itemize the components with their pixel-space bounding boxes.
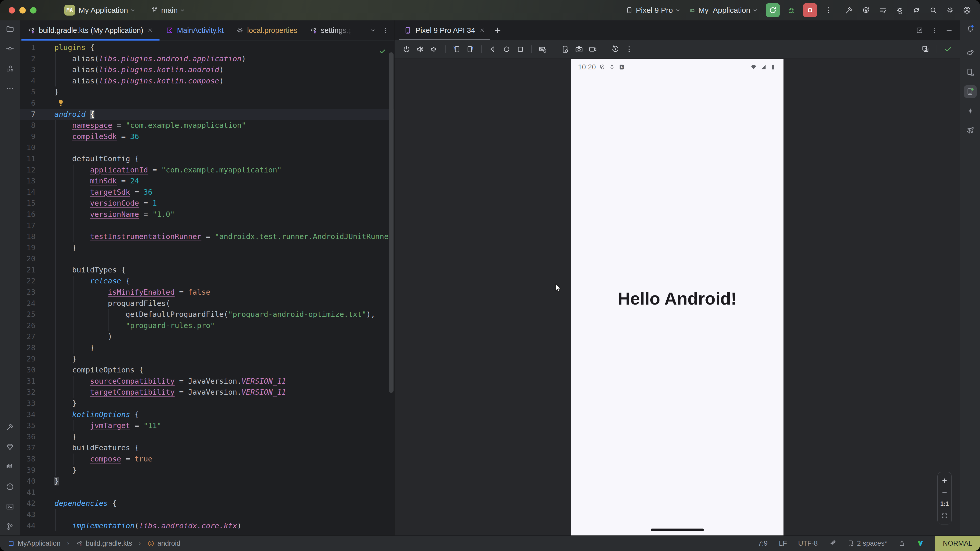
logcat-cat-icon[interactable] [6, 462, 14, 471]
screenshot-test-search-icon[interactable] [921, 45, 930, 54]
line-separator[interactable]: LF [779, 540, 787, 548]
code-editor[interactable]: 1plugins {2 alias(libs.plugins.android.a… [20, 41, 394, 535]
line-number: 27 [20, 331, 54, 342]
running-devices-icon[interactable] [964, 85, 977, 98]
code-line: 25 getDefaultProguardFile("proguard-andr… [20, 309, 394, 320]
hidden-tabs-chevron-icon[interactable] [369, 27, 376, 34]
commit-tool-icon[interactable] [6, 44, 14, 53]
structure-tool-icon[interactable] [6, 64, 14, 73]
android-overview-icon[interactable] [516, 45, 525, 54]
line-number: 20 [20, 253, 54, 265]
screen-record-icon[interactable] [589, 45, 597, 54]
panel-options-kebab-icon[interactable] [931, 27, 938, 34]
vim-mode-badge[interactable]: NORMAL [935, 536, 980, 551]
tab-label: local.properties [247, 26, 298, 35]
volume-down-icon[interactable] [430, 45, 438, 54]
project-selector[interactable]: My Application [79, 6, 136, 14]
zoom-in-icon[interactable] [941, 477, 948, 484]
version-control-icon[interactable] [6, 522, 14, 531]
debug-button[interactable] [787, 6, 796, 14]
code-line: 4 alias(libs.plugins.kotlin.compose) [20, 76, 394, 87]
line-number: 4 [20, 76, 54, 87]
notifications-bell-icon[interactable] [966, 24, 975, 33]
rotate-left-icon[interactable] [452, 45, 461, 54]
minimize-window-button[interactable] [19, 7, 26, 14]
zoom-window-button[interactable] [30, 7, 37, 14]
close-device-tab-icon[interactable] [479, 27, 485, 34]
device-panel-body: 10:20 A Hello Android! 1:1 [395, 59, 960, 535]
search-everywhere-icon[interactable] [929, 6, 938, 14]
settings-gear-icon[interactable] [946, 6, 955, 14]
device-tab[interactable]: Pixel 9 Pro API 34 [399, 21, 490, 40]
power-button-icon[interactable] [402, 45, 411, 54]
gesture-navigation-handle[interactable] [651, 529, 704, 531]
close-tab-icon[interactable] [147, 27, 153, 34]
breadcrumb-file[interactable]: build.gradle.kts [86, 540, 132, 548]
code-line: 44 implementation(libs.androidx.core.ktx… [20, 520, 394, 532]
code-line: 14 targetSdk = 36 [20, 187, 394, 198]
zoom-out-icon[interactable] [941, 489, 948, 495]
more-tools-icon[interactable] [6, 84, 14, 93]
add-device-tab-icon[interactable] [493, 26, 502, 35]
services-gem-icon[interactable] [6, 443, 14, 451]
gemini-sparkle-icon[interactable] [966, 106, 975, 115]
tab-settings-gradle[interactable]: K settings.g [304, 21, 359, 40]
tab-local-properties[interactable]: local.properties [230, 21, 304, 40]
profiler-icon[interactable] [878, 6, 887, 14]
run-configuration-selector[interactable]: My_Application [688, 6, 759, 14]
zoom-fit-icon[interactable] [941, 513, 948, 519]
more-actions-kebab-icon[interactable] [824, 6, 833, 14]
account-avatar-icon[interactable] [963, 6, 971, 14]
hardware-input-icon[interactable] [538, 45, 547, 54]
build-tool-icon[interactable] [6, 423, 14, 431]
tab-build-gradle[interactable]: K build.gradle.kts (My Application) [21, 21, 159, 40]
reset-device-view-icon[interactable] [611, 45, 620, 54]
zoom-actual-size[interactable]: 1:1 [940, 500, 948, 507]
sync-project-icon[interactable] [912, 6, 921, 14]
lock-open-icon[interactable] [898, 540, 905, 547]
device-more-kebab-icon[interactable] [625, 45, 633, 54]
close-window-button[interactable] [9, 7, 15, 14]
hide-panel-icon[interactable] [945, 27, 953, 34]
breadcrumb-element[interactable]: android [158, 540, 180, 548]
stop-button[interactable] [803, 3, 817, 17]
line-number: 28 [20, 342, 54, 354]
caret-position[interactable]: 7:9 [758, 540, 768, 548]
editor-options-kebab-icon[interactable] [382, 27, 389, 34]
airplane-icon[interactable] [966, 126, 975, 135]
screenshot-camera-icon[interactable] [575, 45, 584, 54]
terminal-icon[interactable] [6, 502, 14, 511]
quickfix-lightbulb-icon[interactable] [56, 98, 65, 107]
device-selector[interactable]: Pixel 9 Pro [625, 6, 681, 14]
build-hammer-icon[interactable] [845, 6, 853, 14]
branch-selector[interactable]: main [151, 6, 186, 14]
android-back-icon[interactable] [488, 45, 497, 54]
volume-up-icon[interactable] [416, 45, 425, 54]
chevron-down-icon [752, 7, 759, 14]
emulator-screen[interactable]: 10:20 A Hello Android! [571, 59, 783, 536]
android-home-icon[interactable] [502, 45, 511, 54]
tab-mainactivity[interactable]: MainActivity.kt [159, 21, 230, 40]
file-encoding[interactable]: UTF-8 [798, 540, 818, 548]
left-tool-stripe [0, 21, 20, 535]
open-in-window-icon[interactable] [916, 27, 923, 34]
device-manager-icon[interactable] [966, 68, 975, 76]
apply-changes-icon[interactable] [862, 6, 870, 14]
attach-debugger-icon[interactable] [895, 6, 904, 14]
ideavim-icon[interactable] [917, 540, 924, 547]
shield-icon [599, 64, 606, 70]
device-settings-icon[interactable] [561, 45, 570, 54]
code-line: 28 } [20, 342, 394, 354]
line-number: 26 [20, 320, 54, 331]
ai-sparkle-off-icon[interactable] [829, 540, 836, 547]
indent-widget[interactable]: 2 spaces* [847, 540, 887, 548]
editor-scrollbar[interactable] [389, 52, 393, 393]
project-tool-icon[interactable] [6, 24, 14, 33]
rerun-button[interactable] [765, 3, 780, 17]
breadcrumb-project[interactable]: MyApplication [18, 540, 60, 548]
inspections-ok-icon[interactable] [379, 47, 387, 56]
problems-icon[interactable] [6, 483, 14, 491]
gradle-tool-icon[interactable] [966, 48, 975, 57]
svg-text:λ: λ [150, 541, 152, 545]
rotate-right-icon[interactable] [466, 45, 475, 54]
